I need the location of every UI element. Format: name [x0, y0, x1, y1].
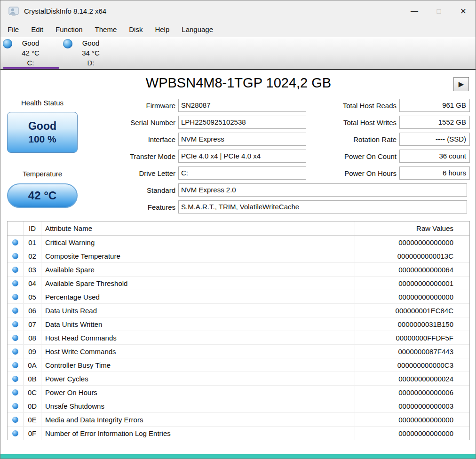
raw-value-cell: 00000000000064: [355, 263, 469, 276]
status-cell: [8, 263, 24, 276]
info-field-value: C:: [178, 166, 306, 180]
status-cell: [8, 331, 24, 344]
smart-table-row[interactable]: 0F Number of Error Information Log Entri…: [8, 427, 469, 440]
smart-table-row[interactable]: 01 Critical Warning 00000000000000: [8, 236, 469, 249]
attribute-name-cell: Power Cycles: [41, 372, 355, 385]
menu-item[interactable]: File: [1, 23, 25, 36]
attribute-name-cell: Media and Data Integrity Errors: [41, 413, 355, 426]
attribute-id-cell: 03: [24, 263, 41, 276]
stats-row: Rotation Rate ---- (SSD): [343, 133, 470, 146]
attribute-name-cell: Number of Error Information Log Entries: [41, 427, 355, 440]
attribute-id-cell: 09: [24, 345, 41, 358]
info-field-label: Features: [0, 203, 178, 211]
minimize-button[interactable]: —: [402, 0, 427, 22]
info-field-label: Drive Letter: [0, 169, 178, 177]
smart-table-row[interactable]: 0B Power Cycles 00000000000024: [8, 372, 469, 386]
drive-letter: D:: [61, 58, 121, 68]
menu-item[interactable]: Language: [175, 23, 219, 36]
raw-value-cell: 00000000000024: [355, 372, 469, 385]
status-dot-icon: [12, 417, 18, 423]
status-dot-icon: [12, 239, 18, 245]
status-dot-icon: [12, 294, 18, 300]
window-title: CrystalDiskInfo 8.14.2 x64: [24, 7, 106, 15]
status-dot-icon: [12, 308, 18, 314]
menu-item[interactable]: Function: [49, 23, 89, 36]
raw-value-cell: 0000000000013C: [355, 249, 469, 262]
attribute-name-cell: Available Spare Threshold: [41, 277, 355, 290]
smart-table-row[interactable]: 0E Media and Data Integrity Errors 00000…: [8, 413, 469, 427]
raw-value-cell: 00000000000001: [355, 277, 469, 290]
smart-table-row[interactable]: 09 Host Write Commands 0000000087F443: [8, 345, 469, 358]
stats-row: Total Host Writes 1552 GB: [343, 116, 470, 129]
attribute-name-cell: Host Read Commands: [41, 331, 355, 344]
stats-field-value: 36 count: [399, 150, 470, 163]
attribute-name-cell: Data Units Written: [41, 317, 355, 331]
info-field-label: Firmware: [0, 102, 178, 110]
smart-table-row[interactable]: 04 Available Spare Threshold 00000000000…: [8, 277, 469, 290]
raw-value-cell: 00000000000000: [355, 290, 469, 303]
disk-status-icon: [3, 39, 12, 48]
info-field-value: NVM Express 2.0: [178, 183, 467, 197]
drive-tab-d[interactable]: Good 34 °C D:: [61, 37, 121, 69]
smart-table-row[interactable]: 02 Composite Temperature 0000000000013C: [8, 249, 469, 263]
drive-temperature: 42 °C: [0, 48, 61, 58]
attribute-name-column-header: Attribute Name: [41, 222, 355, 235]
close-button[interactable]: ×: [451, 0, 476, 22]
raw-value-cell: 00000000000003: [355, 399, 469, 412]
status-dot-icon: [12, 348, 18, 355]
status-cell: [8, 290, 24, 303]
status-dot-icon: [12, 376, 18, 382]
smart-table-row[interactable]: 06 Data Units Read 000000001EC84C: [8, 304, 469, 317]
maximize-button[interactable]: □: [427, 0, 451, 22]
info-field-value: S.M.A.R.T., TRIM, VolatileWriteCache: [178, 200, 467, 214]
smart-table-body: 01 Critical Warning 00000000000000 02 Co…: [8, 236, 469, 440]
smart-table-row[interactable]: 05 Percentage Used 00000000000000: [8, 290, 469, 304]
attribute-id-cell: 06: [24, 304, 41, 317]
smart-table-row[interactable]: 0C Power On Hours 00000000000006: [8, 386, 469, 399]
smart-table-row[interactable]: 0D Unsafe Shutdowns 00000000000003: [8, 399, 469, 413]
stats-field-label: Rotation Rate: [353, 135, 399, 143]
drive-tab-c[interactable]: Good 42 °C C:: [0, 37, 61, 69]
attribute-name-cell: Unsafe Shutdowns: [41, 399, 355, 412]
attribute-name-cell: Host Write Commands: [41, 345, 355, 358]
selected-tab-underline: [3, 67, 59, 69]
app-icon: [8, 6, 19, 17]
info-field-value: NVM Express: [178, 133, 306, 146]
raw-value-cell: 000000000000C3: [355, 358, 469, 372]
drive-model-title: WPBSN4M8-1TGP 1024,2 GB: [0, 75, 476, 91]
status-cell: [8, 358, 24, 372]
smart-table-row[interactable]: 03 Available Spare 00000000000064: [8, 263, 469, 277]
stats-field-label: Total Host Writes: [343, 119, 399, 127]
title-bar: CrystalDiskInfo 8.14.2 x64 — □ ×: [0, 0, 476, 22]
main-panel: WPBSN4M8-1TGP 1024,2 GB ▶ Health Status …: [0, 69, 476, 455]
stats-field-label: Power On Hours: [344, 169, 399, 177]
menu-item[interactable]: Disk: [123, 23, 149, 36]
smart-table-row[interactable]: 0A Controller Busy Time 000000000000C3: [8, 358, 469, 372]
menu-item[interactable]: Help: [149, 23, 175, 36]
id-column-header: ID: [24, 222, 41, 235]
next-drive-button[interactable]: ▶: [453, 77, 469, 91]
status-cell: [8, 399, 24, 412]
status-cell: [8, 304, 24, 317]
menu-item[interactable]: Edit: [25, 23, 49, 36]
status-dot-icon: [12, 389, 18, 396]
attribute-id-cell: 0E: [24, 413, 41, 426]
attribute-name-cell: Data Units Read: [41, 304, 355, 317]
status-dot-icon: [12, 403, 18, 409]
menu-item[interactable]: Theme: [89, 23, 123, 36]
attribute-id-cell: 02: [24, 249, 41, 262]
menu-bar: FileEditFunctionThemeDiskHelpLanguage: [0, 22, 476, 37]
attribute-name-cell: Controller Busy Time: [41, 358, 355, 372]
status-dot-icon: [12, 280, 18, 286]
stats-field-value: 6 hours: [399, 166, 470, 180]
attribute-id-cell: 05: [24, 290, 41, 303]
attribute-id-cell: 08: [24, 331, 41, 344]
status-dot-icon: [12, 253, 18, 259]
info-row: Features S.M.A.R.T., TRIM, VolatileWrite…: [0, 200, 467, 214]
raw-value-cell: 00000000000006: [355, 386, 469, 399]
smart-table-row[interactable]: 08 Host Read Commands 00000000FFDF5F: [8, 331, 469, 345]
stats-row: Power On Hours 6 hours: [343, 166, 470, 180]
stats-field-value: 961 GB: [399, 99, 470, 112]
attribute-id-cell: 0C: [24, 386, 41, 399]
smart-table-row[interactable]: 07 Data Units Written 0000000031B150: [8, 317, 469, 331]
